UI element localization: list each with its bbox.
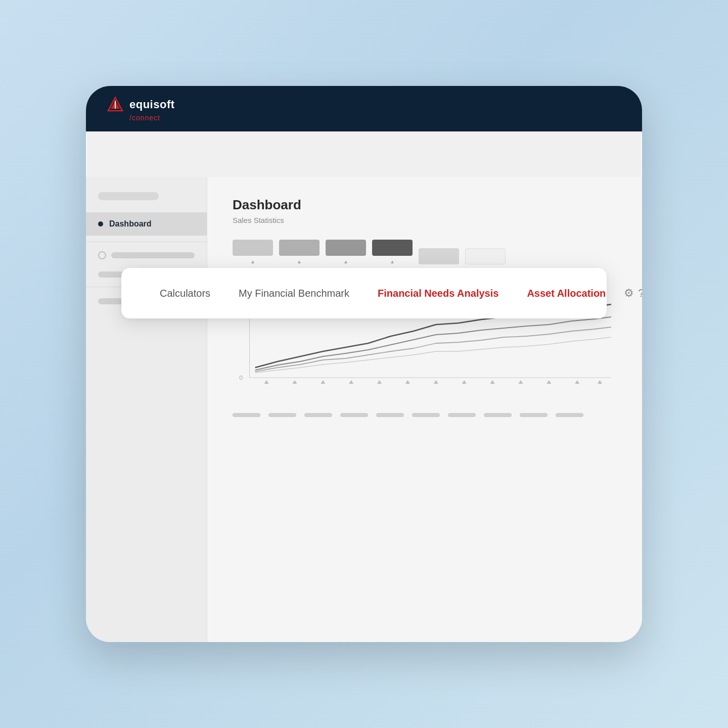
bottom-legend-6 — [412, 413, 440, 417]
legend-arrow-2: ▲ — [297, 259, 302, 264]
svg-marker-6 — [264, 380, 269, 384]
legend-bar-2 — [279, 240, 320, 256]
chart-legend: ▲ ▲ ▲ ▲ — [233, 240, 617, 264]
dashboard-area: Dashboard Sales Statistics ▲ ▲ ▲ — [207, 177, 642, 642]
dashboard-subtitle: Sales Statistics — [233, 216, 617, 224]
legend-bar-3 — [326, 240, 366, 256]
svg-marker-11 — [405, 380, 410, 384]
bottom-legend-3 — [304, 413, 332, 417]
svg-text:0: 0 — [239, 375, 243, 381]
bottom-legend-10 — [556, 413, 583, 417]
device-frame: equisoft /connect Calculators My Financi… — [86, 86, 642, 642]
legend-bar-5 — [419, 248, 459, 264]
legend-item-2: ▲ — [279, 240, 320, 264]
logo-area: equisoft /connect — [106, 96, 175, 122]
legend-item-5 — [419, 248, 459, 264]
svg-marker-14 — [490, 380, 495, 384]
bottom-legend-8 — [484, 413, 512, 417]
menu-bar: Calculators My Financial Benchmark Finan… — [121, 268, 607, 318]
svg-marker-9 — [349, 380, 353, 384]
legend-arrow-4: ▲ — [390, 259, 395, 264]
bottom-legend-1 — [233, 413, 260, 417]
legend-item-6 — [465, 248, 506, 264]
legend-item-4: ▲ — [372, 240, 413, 264]
sidebar-line-1 — [111, 252, 195, 258]
svg-marker-10 — [377, 380, 382, 384]
app-area: Dashboard Dashboard Sales Statistics — [86, 177, 642, 642]
equisoft-logo-icon — [106, 96, 124, 114]
nav-financial-needs[interactable]: Financial Needs Analysis — [363, 288, 513, 299]
bottom-legend-9 — [520, 413, 548, 417]
sidebar-item-1[interactable] — [86, 248, 207, 262]
sidebar-item-dashboard[interactable]: Dashboard — [86, 212, 207, 236]
logo-text: equisoft — [129, 98, 175, 111]
bottom-legend — [233, 413, 617, 417]
top-nav: equisoft /connect — [86, 86, 642, 131]
dashboard-title: Dashboard — [233, 197, 617, 213]
settings-icon[interactable]: ⚙ — [624, 284, 634, 302]
sidebar-top-placeholder — [98, 192, 159, 200]
svg-marker-7 — [292, 380, 297, 384]
bottom-legend-7 — [448, 413, 476, 417]
legend-arrow-3: ▲ — [343, 259, 348, 264]
sidebar-active-dot — [98, 221, 103, 226]
sidebar-dashboard-label: Dashboard — [109, 219, 152, 229]
svg-marker-12 — [434, 380, 438, 384]
nav-calculators[interactable]: Calculators — [146, 288, 224, 299]
sidebar-divider-1 — [86, 242, 207, 242]
main-content: Calculators My Financial Benchmark Finan… — [86, 177, 642, 642]
svg-marker-16 — [547, 380, 551, 384]
sidebar-radio-1 — [98, 251, 106, 259]
legend-bar-6 — [465, 248, 506, 264]
svg-marker-8 — [321, 380, 325, 384]
legend-arrow-1: ▲ — [250, 259, 255, 264]
nav-financial-benchmark[interactable]: My Financial Benchmark — [224, 288, 363, 299]
legend-bar-4 — [372, 240, 413, 256]
nav-asset-allocation[interactable]: Asset Allocation — [513, 288, 620, 299]
bottom-legend-5 — [376, 413, 404, 417]
svg-marker-13 — [462, 380, 467, 384]
bottom-legend-2 — [268, 413, 296, 417]
sidebar: Dashboard — [86, 177, 207, 642]
svg-marker-17 — [575, 380, 579, 384]
menu-bar-wrapper: Calculators My Financial Benchmark Finan… — [121, 268, 607, 318]
svg-marker-18 — [598, 380, 602, 384]
legend-item-3: ▲ — [326, 240, 366, 264]
svg-marker-15 — [519, 380, 523, 384]
bottom-legend-4 — [340, 413, 368, 417]
logo-subtitle: /connect — [129, 114, 160, 122]
legend-bar-1 — [233, 240, 273, 256]
help-icon[interactable]: ? — [638, 284, 642, 302]
legend-item-1: ▲ — [233, 240, 273, 264]
